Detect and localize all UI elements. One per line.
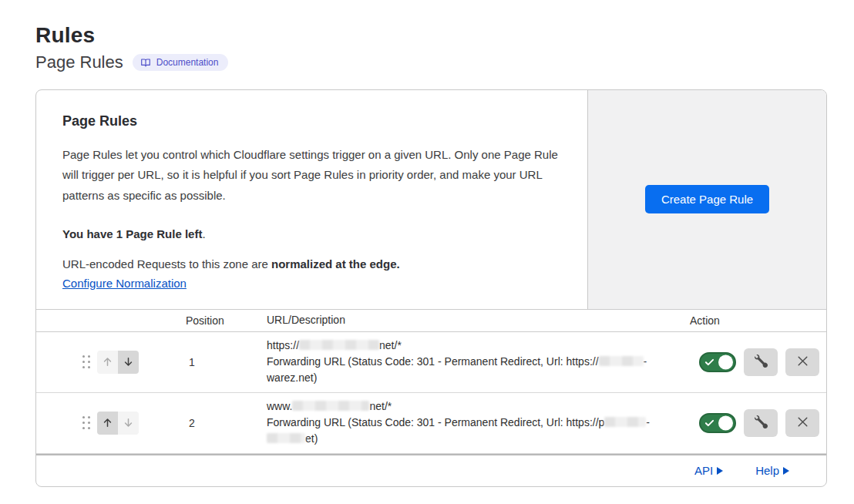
rule-position: 1	[152, 356, 267, 368]
rule-actions	[661, 409, 826, 437]
wrench-icon	[755, 415, 768, 431]
api-link-label: API	[694, 464, 713, 477]
header-action: Action	[661, 314, 826, 327]
rule-position: 2	[152, 417, 267, 429]
normalization-prefix: URL-encoded Requests to this zone are	[62, 257, 271, 270]
check-icon	[704, 358, 714, 366]
rule-url-description: https://net/* Forwarding URL (Status Cod…	[267, 338, 661, 386]
delete-rule-button[interactable]	[785, 409, 819, 437]
close-icon	[796, 354, 809, 370]
create-page-rule-button[interactable]: Create Page Rule	[645, 185, 769, 213]
page-rules-card: Page Rules Page Rules let you control wh…	[35, 89, 827, 487]
card-footer: API Help	[36, 454, 826, 486]
wrench-icon	[755, 354, 768, 370]
reorder-buttons	[97, 351, 139, 374]
delete-rule-button[interactable]	[785, 348, 819, 376]
move-up-button	[97, 351, 118, 374]
chevron-right-icon	[717, 467, 723, 475]
page-title: Rules	[35, 23, 827, 48]
help-link-label: Help	[755, 464, 779, 477]
rule-enabled-toggle[interactable]	[699, 352, 736, 372]
documentation-badge[interactable]: Documentation	[133, 54, 229, 71]
help-link[interactable]: Help	[755, 464, 789, 477]
page-subtitle: Page Rules	[35, 52, 123, 72]
row-controls	[36, 412, 152, 435]
normalization-bold: normalized at the edge.	[271, 257, 400, 270]
chevron-right-icon	[783, 467, 789, 475]
page-rules-page: Rules Page Rules Documentation Page Rule…	[0, 0, 854, 487]
quota-bold: You have 1 Page Rule left	[62, 227, 202, 240]
rule-enabled-toggle[interactable]	[699, 413, 736, 433]
header-url-description: URL/Description	[267, 312, 661, 328]
toggle-knob	[718, 415, 733, 430]
documentation-badge-label: Documentation	[156, 57, 219, 68]
table-header-row: Position URL/Description Action	[36, 309, 826, 332]
redacted-text	[292, 401, 369, 411]
page-subtitle-row: Page Rules Documentation	[35, 52, 827, 72]
close-icon	[796, 415, 809, 431]
edit-rule-button[interactable]	[744, 409, 778, 437]
toggle-knob	[718, 354, 733, 369]
api-link[interactable]: API	[694, 464, 723, 477]
quota-text: You have 1 Page Rule left.	[62, 227, 560, 240]
header-position: Position	[152, 314, 267, 327]
quota-period: .	[202, 227, 205, 240]
redacted-text	[267, 433, 305, 443]
normalization-text: URL-encoded Requests to this zone are no…	[62, 257, 560, 270]
drag-handle[interactable]	[82, 416, 91, 430]
move-down-button[interactable]	[118, 351, 139, 374]
redacted-text	[299, 340, 379, 350]
drag-handle[interactable]	[82, 355, 91, 369]
redacted-text	[599, 356, 644, 366]
book-icon	[140, 58, 151, 68]
redacted-text	[604, 417, 646, 427]
edit-rule-button[interactable]	[744, 348, 778, 376]
rule-actions	[661, 348, 826, 376]
move-down-button	[118, 412, 139, 435]
check-icon	[704, 418, 714, 427]
move-up-button[interactable]	[97, 412, 118, 435]
row-controls	[36, 351, 152, 374]
card-description: Page Rules let you control which Cloudfl…	[62, 145, 560, 206]
rule-url-description: www.net/* Forwarding URL (Status Code: 3…	[267, 398, 661, 447]
table-row: 2 www.net/* Forwarding URL (Status Code:…	[36, 393, 826, 454]
card-intro: Page Rules Page Rules let you control wh…	[36, 90, 587, 309]
table-row: 1 https://net/* Forwarding URL (Status C…	[36, 332, 826, 393]
card-top-section: Page Rules Page Rules let you control wh…	[36, 90, 826, 309]
configure-normalization-link[interactable]: Configure Normalization	[62, 277, 187, 290]
card-heading: Page Rules	[62, 113, 560, 129]
create-rule-panel: Create Page Rule	[587, 90, 826, 309]
reorder-buttons	[97, 412, 139, 435]
